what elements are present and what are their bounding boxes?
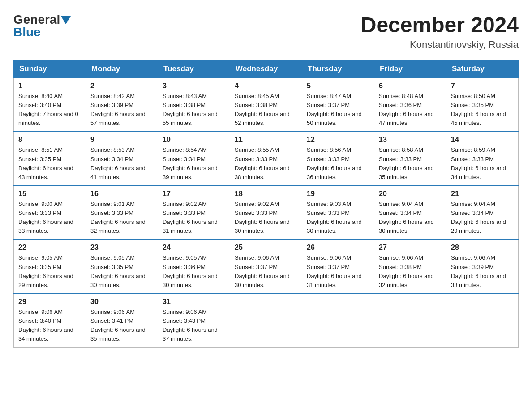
day-number: 16 bbox=[90, 190, 153, 198]
table-row: 17 Sunrise: 9:02 AM Sunset: 3:33 PM Dayl… bbox=[158, 186, 230, 240]
day-number: 22 bbox=[18, 244, 81, 252]
table-row: 11 Sunrise: 8:55 AM Sunset: 3:33 PM Dayl… bbox=[230, 132, 302, 186]
day-info: Sunrise: 8:48 AM Sunset: 3:36 PM Dayligh… bbox=[379, 92, 442, 128]
sunrise-label: Sunrise: 9:03 AM bbox=[307, 201, 351, 207]
calendar-week-row: 8 Sunrise: 8:51 AM Sunset: 3:35 PM Dayli… bbox=[14, 132, 519, 186]
table-row: 22 Sunrise: 9:05 AM Sunset: 3:35 PM Dayl… bbox=[14, 240, 86, 294]
sunset-label: Sunset: 3:34 PM bbox=[90, 156, 133, 163]
day-info: Sunrise: 9:06 AM Sunset: 3:39 PM Dayligh… bbox=[451, 253, 514, 290]
day-info: Sunrise: 9:06 AM Sunset: 3:43 PM Dayligh… bbox=[163, 308, 225, 344]
day-number: 13 bbox=[379, 136, 442, 144]
table-row: 9 Sunrise: 8:53 AM Sunset: 3:34 PM Dayli… bbox=[86, 132, 158, 186]
day-info: Sunrise: 9:01 AM Sunset: 3:33 PM Dayligh… bbox=[90, 200, 153, 236]
daylight-label: Daylight: 6 hours and 57 minutes. bbox=[90, 111, 146, 126]
table-row: 18 Sunrise: 9:02 AM Sunset: 3:33 PM Dayl… bbox=[230, 186, 302, 240]
daylight-label: Daylight: 6 hours and 34 minutes. bbox=[451, 165, 506, 180]
table-row bbox=[446, 294, 519, 347]
day-info: Sunrise: 9:06 AM Sunset: 3:38 PM Dayligh… bbox=[379, 253, 442, 290]
sunset-label: Sunset: 3:33 PM bbox=[379, 156, 422, 163]
sunset-label: Sunset: 3:40 PM bbox=[18, 317, 61, 324]
sunset-label: Sunset: 3:33 PM bbox=[235, 210, 278, 216]
daylight-label: Daylight: 6 hours and 30 minutes. bbox=[307, 218, 362, 234]
table-row: 7 Sunrise: 8:50 AM Sunset: 3:35 PM Dayli… bbox=[446, 78, 519, 132]
table-row: 24 Sunrise: 9:05 AM Sunset: 3:36 PM Dayl… bbox=[158, 240, 230, 294]
sunset-label: Sunset: 3:33 PM bbox=[163, 210, 206, 216]
sunrise-label: Sunrise: 8:43 AM bbox=[163, 93, 207, 99]
day-info: Sunrise: 8:59 AM Sunset: 3:33 PM Dayligh… bbox=[451, 146, 514, 182]
day-info: Sunrise: 8:50 AM Sunset: 3:35 PM Dayligh… bbox=[451, 92, 514, 128]
sunrise-label: Sunrise: 9:06 AM bbox=[235, 254, 279, 261]
calendar-week-row: 22 Sunrise: 9:05 AM Sunset: 3:35 PM Dayl… bbox=[14, 240, 519, 294]
sunrise-label: Sunrise: 9:01 AM bbox=[90, 201, 135, 207]
sunrise-label: Sunrise: 8:56 AM bbox=[307, 146, 351, 153]
day-info: Sunrise: 9:02 AM Sunset: 3:33 PM Dayligh… bbox=[163, 200, 225, 236]
daylight-label: Daylight: 6 hours and 43 minutes. bbox=[18, 165, 73, 180]
day-number: 11 bbox=[235, 136, 297, 144]
day-info: Sunrise: 8:53 AM Sunset: 3:34 PM Dayligh… bbox=[90, 146, 153, 182]
day-number: 9 bbox=[90, 136, 153, 144]
table-row: 15 Sunrise: 9:00 AM Sunset: 3:33 PM Dayl… bbox=[14, 186, 86, 240]
daylight-label: Daylight: 6 hours and 32 minutes. bbox=[379, 273, 434, 288]
sunset-label: Sunset: 3:43 PM bbox=[163, 317, 206, 324]
day-info: Sunrise: 8:47 AM Sunset: 3:37 PM Dayligh… bbox=[307, 92, 369, 128]
sunset-label: Sunset: 3:33 PM bbox=[18, 210, 61, 216]
title-area: December 2024 Konstantinovskiy, Russia bbox=[361, 13, 519, 51]
day-number: 6 bbox=[379, 82, 442, 90]
day-number: 21 bbox=[451, 190, 514, 198]
daylight-label: Daylight: 6 hours and 30 minutes. bbox=[90, 273, 146, 288]
day-number: 29 bbox=[18, 298, 81, 306]
day-info: Sunrise: 8:56 AM Sunset: 3:33 PM Dayligh… bbox=[307, 146, 369, 182]
day-number: 23 bbox=[90, 244, 153, 252]
calendar-week-row: 29 Sunrise: 9:06 AM Sunset: 3:40 PM Dayl… bbox=[14, 294, 519, 347]
sunset-label: Sunset: 3:37 PM bbox=[307, 264, 350, 270]
sunrise-label: Sunrise: 9:06 AM bbox=[451, 254, 495, 261]
day-info: Sunrise: 8:55 AM Sunset: 3:33 PM Dayligh… bbox=[235, 146, 297, 182]
sunrise-label: Sunrise: 8:45 AM bbox=[235, 93, 279, 99]
sunset-label: Sunset: 3:35 PM bbox=[90, 264, 133, 270]
daylight-label: Daylight: 6 hours and 33 minutes. bbox=[18, 218, 73, 234]
sunrise-label: Sunrise: 8:40 AM bbox=[18, 93, 63, 99]
day-number: 8 bbox=[18, 136, 81, 144]
day-number: 3 bbox=[163, 82, 225, 90]
col-thursday: Thursday bbox=[302, 60, 374, 78]
sunset-label: Sunset: 3:36 PM bbox=[163, 264, 206, 270]
table-row: 28 Sunrise: 9:06 AM Sunset: 3:39 PM Dayl… bbox=[446, 240, 519, 294]
day-number: 28 bbox=[451, 244, 514, 252]
daylight-label: Daylight: 6 hours and 52 minutes. bbox=[235, 111, 290, 126]
table-row: 27 Sunrise: 9:06 AM Sunset: 3:38 PM Dayl… bbox=[374, 240, 446, 294]
calendar-header-row: Sunday Monday Tuesday Wednesday Thursday… bbox=[14, 60, 519, 78]
day-info: Sunrise: 8:58 AM Sunset: 3:33 PM Dayligh… bbox=[379, 146, 442, 182]
sunrise-label: Sunrise: 9:06 AM bbox=[90, 308, 135, 315]
table-row: 31 Sunrise: 9:06 AM Sunset: 3:43 PM Dayl… bbox=[158, 294, 230, 347]
table-row: 19 Sunrise: 9:03 AM Sunset: 3:33 PM Dayl… bbox=[302, 186, 374, 240]
sunset-label: Sunset: 3:34 PM bbox=[379, 210, 422, 216]
sunset-label: Sunset: 3:38 PM bbox=[163, 102, 206, 108]
table-row: 29 Sunrise: 9:06 AM Sunset: 3:40 PM Dayl… bbox=[14, 294, 86, 347]
logo-general-text: General bbox=[13, 13, 60, 26]
day-number: 30 bbox=[90, 298, 153, 306]
day-number: 1 bbox=[18, 82, 81, 90]
sunrise-label: Sunrise: 9:05 AM bbox=[18, 254, 63, 261]
sunrise-label: Sunrise: 9:05 AM bbox=[90, 254, 135, 261]
daylight-label: Daylight: 6 hours and 32 minutes. bbox=[90, 218, 146, 234]
sunrise-label: Sunrise: 9:00 AM bbox=[18, 201, 63, 207]
calendar-table: Sunday Monday Tuesday Wednesday Thursday… bbox=[13, 60, 519, 348]
day-number: 19 bbox=[307, 190, 369, 198]
sunrise-label: Sunrise: 9:02 AM bbox=[235, 201, 279, 207]
sunrise-label: Sunrise: 8:42 AM bbox=[90, 93, 135, 99]
sunrise-label: Sunrise: 9:06 AM bbox=[379, 254, 423, 261]
daylight-label: Daylight: 6 hours and 30 minutes. bbox=[379, 218, 434, 234]
table-row: 10 Sunrise: 8:54 AM Sunset: 3:34 PM Dayl… bbox=[158, 132, 230, 186]
sunset-label: Sunset: 3:35 PM bbox=[18, 156, 61, 163]
table-row: 14 Sunrise: 8:59 AM Sunset: 3:33 PM Dayl… bbox=[446, 132, 519, 186]
sunrise-label: Sunrise: 9:05 AM bbox=[163, 254, 207, 261]
table-row: 4 Sunrise: 8:45 AM Sunset: 3:38 PM Dayli… bbox=[230, 78, 302, 132]
daylight-label: Daylight: 6 hours and 31 minutes. bbox=[163, 218, 218, 234]
sunset-label: Sunset: 3:34 PM bbox=[451, 210, 494, 216]
table-row: 20 Sunrise: 9:04 AM Sunset: 3:34 PM Dayl… bbox=[374, 186, 446, 240]
day-number: 5 bbox=[307, 82, 369, 90]
sunrise-label: Sunrise: 8:48 AM bbox=[379, 93, 423, 99]
day-number: 31 bbox=[163, 298, 225, 306]
daylight-label: Daylight: 6 hours and 36 minutes. bbox=[307, 165, 362, 180]
day-number: 15 bbox=[18, 190, 81, 198]
